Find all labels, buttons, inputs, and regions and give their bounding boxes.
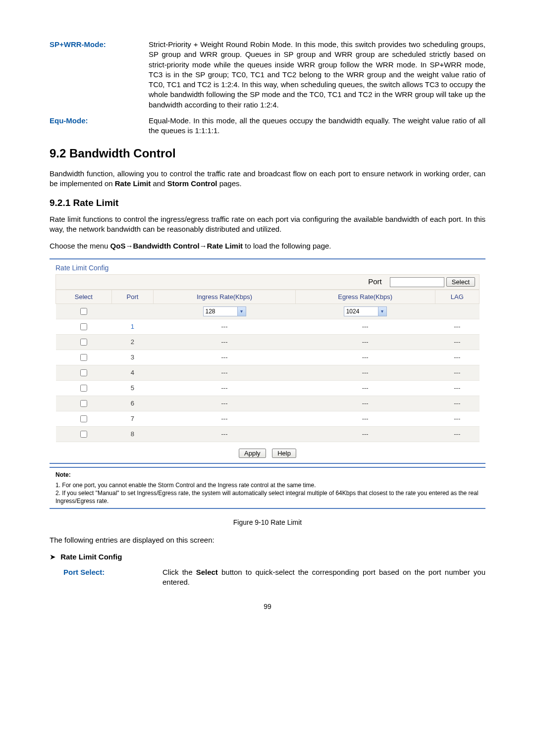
cell-lag: --- <box>435 350 480 365</box>
bullet-label: Rate Limit Config <box>60 553 122 561</box>
select-button[interactable]: Select <box>446 277 475 287</box>
note-block: Note: 1. For one port, you cannot enable… <box>50 467 485 506</box>
cell-port: 6 <box>111 396 153 411</box>
def-label-equ: Equ-Mode: <box>50 116 149 136</box>
page-number: 99 <box>50 602 485 611</box>
cell-ingress: --- <box>154 335 296 350</box>
def-body-spwrr: Strict-Priority + Weight Round Robin Mod… <box>149 40 485 110</box>
ingress-dropdown-icon[interactable]: ▾ <box>237 306 246 316</box>
cell-ingress: --- <box>154 427 296 442</box>
bullet-rate-limit-config: ➤ Rate Limit Config <box>50 552 485 562</box>
cell-egress: --- <box>295 396 435 411</box>
section-heading: 9.2 Bandwidth Control <box>50 146 485 161</box>
figure-caption: Figure 9-10 Rate Limit <box>50 518 485 527</box>
row-checkbox[interactable] <box>80 431 87 438</box>
port-label: Port <box>368 277 382 287</box>
row-checkbox[interactable] <box>80 354 87 361</box>
cell-egress: --- <box>295 365 435 381</box>
col-egress: Egress Rate(Kbps) <box>295 290 435 304</box>
rate-limit-paragraph: Rate limit functions to control the ingr… <box>50 214 485 235</box>
cell-ingress: --- <box>154 319 296 335</box>
panel-title: Rate Limit Config <box>55 263 480 273</box>
bw-text-e: pages. <box>217 179 241 188</box>
bandwidth-intro: Bandwidth function, allowing you to cont… <box>50 169 485 189</box>
note-line-2: 2. If you select "Manual" to set Ingress… <box>55 489 480 505</box>
cell-lag: --- <box>435 381 480 396</box>
cell-lag: --- <box>435 319 480 335</box>
menu-c: to load the following page. <box>243 242 331 250</box>
ps-a: Click the <box>162 568 196 576</box>
row-checkbox[interactable] <box>80 369 87 376</box>
help-button[interactable]: Help <box>272 449 296 458</box>
apply-button[interactable]: Apply <box>239 449 266 458</box>
cell-egress: --- <box>295 381 435 396</box>
subsection-heading: 9.2.1 Rate Limit <box>50 197 485 209</box>
row-checkbox[interactable] <box>80 323 87 330</box>
port-select-label: Port Select: <box>63 567 162 588</box>
cell-lag: --- <box>435 335 480 350</box>
rate-limit-config-panel: Rate Limit Config Port Select Select Por… <box>50 258 485 464</box>
col-lag: LAG <box>435 290 480 304</box>
cell-port: 7 <box>111 411 153 427</box>
cell-ingress: --- <box>154 411 296 427</box>
col-ingress: Ingress Rate(Kbps) <box>154 290 296 304</box>
cell-port: 2 <box>111 335 153 350</box>
cell-egress: --- <box>295 427 435 442</box>
egress-rate-input[interactable] <box>344 306 378 316</box>
cell-ingress: --- <box>154 396 296 411</box>
cell-egress: --- <box>295 319 435 335</box>
def-body-equ: Equal-Mode. In this mode, all the queues… <box>149 116 485 136</box>
port-select-body: Click the Select button to quick-select … <box>162 567 485 588</box>
row-checkbox[interactable] <box>80 339 87 346</box>
cell-lag: --- <box>435 365 480 381</box>
cell-egress: --- <box>295 411 435 427</box>
col-select: Select <box>56 290 112 304</box>
cell-egress: --- <box>295 350 435 365</box>
ingress-rate-input[interactable] <box>203 306 238 316</box>
bw-text-d: Storm Control <box>167 179 217 188</box>
chevron-right-icon: ➤ <box>50 552 58 562</box>
select-all-checkbox[interactable] <box>80 308 87 315</box>
bw-text-b: Rate Limit <box>115 179 151 188</box>
cell-ingress: --- <box>154 381 296 396</box>
cell-port: 8 <box>111 427 153 442</box>
row-checkbox[interactable] <box>80 415 87 422</box>
cell-port: 1 <box>111 319 153 335</box>
menu-a: Choose the menu <box>50 242 110 250</box>
note-title: Note: <box>55 471 480 479</box>
cell-lag: --- <box>435 396 480 411</box>
port-input[interactable] <box>390 277 444 287</box>
rate-limit-table: Select Port Ingress Rate(Kbps) Egress Ra… <box>55 290 480 443</box>
note-line-1: 1. For one port, you cannot enable the S… <box>55 481 480 489</box>
cell-ingress: --- <box>154 350 296 365</box>
cell-ingress: --- <box>154 365 296 381</box>
cell-lag: --- <box>435 411 480 427</box>
cell-egress: --- <box>295 335 435 350</box>
ps-b: Select <box>196 568 218 576</box>
menu-b: QoS→Bandwidth Control→Rate Limit <box>110 242 243 250</box>
port-select-bar: Port Select <box>55 274 480 289</box>
row-checkbox[interactable] <box>80 400 87 407</box>
row-checkbox[interactable] <box>80 385 87 392</box>
egress-dropdown-icon[interactable]: ▾ <box>378 306 387 316</box>
bw-text-c: and <box>151 179 167 188</box>
cell-lag: --- <box>435 427 480 442</box>
entries-intro: The following entries are displayed on t… <box>50 535 485 545</box>
def-label-spwrr: SP+WRR-Mode: <box>50 40 149 110</box>
cell-port: 4 <box>111 365 153 381</box>
menu-path-line: Choose the menu QoS→Bandwidth Control→Ra… <box>50 241 485 251</box>
cell-port: 5 <box>111 381 153 396</box>
col-port: Port <box>111 290 153 304</box>
cell-port: 3 <box>111 350 153 365</box>
